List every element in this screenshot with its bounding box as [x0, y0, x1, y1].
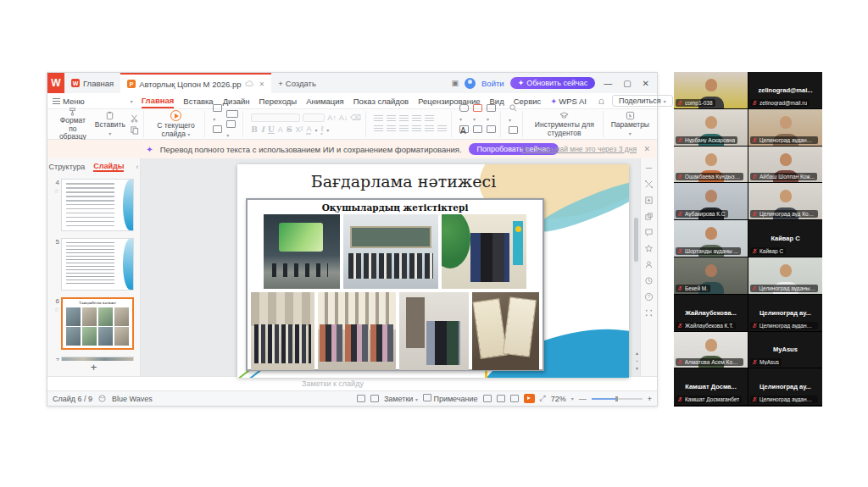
contacts-icon[interactable] — [644, 260, 654, 269]
bullets-icon[interactable] — [374, 115, 383, 123]
slide-thumbnail-5[interactable]: 5 — [49, 238, 138, 291]
notes-area[interactable]: Заметки к слайду — [47, 376, 657, 390]
participant-tile-8[interactable]: Шортанды ауданы ... — [674, 220, 748, 257]
participant-tile-11[interactable]: Целиноград ауданы Ко... — [748, 257, 822, 294]
strikethrough-button[interactable]: S — [287, 125, 292, 134]
banner-dismiss-link[interactable]: Не показывай мне это через 3 дня — [521, 145, 637, 153]
next-slide-button[interactable]: ▼ — [635, 366, 639, 371]
new-tab-button[interactable]: + Создать — [271, 79, 323, 88]
numbering-icon[interactable] — [387, 115, 396, 123]
slide-thumbnail-7[interactable]: 7 — [49, 357, 138, 361]
zoom-out-button[interactable]: — — [579, 395, 587, 403]
participant-tile-16[interactable]: Камшат Досма...Камшат Досмаганбет — [674, 368, 748, 405]
share-button[interactable]: Поделиться ▾ — [612, 95, 673, 107]
highlight-button[interactable]: ℓ — [320, 125, 323, 135]
tab-document[interactable]: P Авторлық Цопон М 2026.pp ✕ — [120, 73, 271, 93]
zoom-level[interactable]: 72% — [551, 395, 566, 403]
section-icon[interactable]: ▾ — [226, 120, 238, 139]
banner-close-icon[interactable]: ✕ — [643, 145, 650, 153]
animation-pane-icon[interactable] — [644, 196, 654, 205]
vertical-scrollbar[interactable] — [634, 218, 638, 262]
close-window-button[interactable]: ✕ — [640, 79, 652, 88]
menu-tab-9[interactable]: ✦WPS AI — [550, 95, 587, 108]
align-right-icon[interactable] — [399, 125, 409, 133]
participant-tile-6[interactable]: Аубакирова К.С — [674, 183, 748, 219]
tools-icon[interactable] — [644, 180, 654, 189]
menu-tab-1[interactable]: Вставка — [183, 95, 213, 108]
shrink-font-icon[interactable]: A↓ — [339, 113, 348, 122]
menu-button[interactable]: Меню — [53, 97, 85, 106]
indent-right-icon[interactable] — [412, 115, 421, 123]
previous-slide-button[interactable]: ▲ — [635, 351, 639, 356]
zoom-in-button[interactable]: + — [648, 395, 652, 403]
favorites-icon[interactable] — [644, 244, 654, 253]
history-icon[interactable] — [644, 276, 654, 285]
find-icon[interactable]: ▾ — [509, 103, 518, 124]
notification-bell-icon[interactable] — [597, 97, 606, 106]
participant-tile-9[interactable]: Кайвар СКайвар С — [748, 220, 822, 257]
participant-tile-0[interactable]: comp1-038 — [674, 72, 748, 108]
font-color-button[interactable]: A — [306, 125, 311, 135]
tab-home[interactable]: W Главная — [64, 73, 120, 93]
play-from-current-slide-button[interactable]: С текущего слайда ▾ — [152, 110, 200, 138]
slide-thumbnail-4[interactable]: 4☆ — [49, 179, 138, 231]
comment-button[interactable]: Примечание — [423, 394, 478, 403]
participant-tile-13[interactable]: Целиноград ау...Целиноград ауданы ... — [748, 295, 822, 331]
upgrade-button[interactable]: ✦Обновить сейчас — [510, 77, 596, 89]
help-icon[interactable]: ? — [644, 292, 654, 302]
slide-title[interactable]: Бағдарлама нәтижесі — [237, 172, 570, 191]
bold-button[interactable]: B — [251, 125, 258, 134]
menu-tab-3[interactable]: Переходы — [259, 95, 298, 108]
multi-window-icon[interactable]: ▣ — [452, 79, 459, 87]
indent-left-icon[interactable] — [399, 115, 409, 123]
reset-slide-icon[interactable] — [226, 110, 238, 118]
close-tab-icon[interactable]: ✕ — [259, 80, 265, 88]
wps-logo[interactable]: W — [47, 73, 64, 93]
notes-toggle[interactable]: Заметки ▾ — [384, 395, 418, 403]
underline-button[interactable]: U — [268, 125, 275, 134]
shapes-pane-icon[interactable] — [644, 212, 654, 221]
participant-tile-14[interactable]: Алматова Асем Коян... — [674, 332, 748, 368]
participant-tile-15[interactable]: MyAsusMyAsus — [748, 332, 822, 368]
grow-font-icon[interactable]: A↑ — [327, 113, 337, 122]
participant-tile-7[interactable]: Целиноград ауд Коя... — [748, 183, 822, 219]
theme-icon[interactable] — [97, 394, 107, 403]
copy-icon[interactable] — [130, 125, 139, 135]
participant-tile-1[interactable]: zelinograd@mai...zelinograd@mail.ru — [748, 72, 822, 108]
tab-structure[interactable]: Структура — [49, 163, 86, 171]
collapse-panel-icon[interactable]: ‹ — [136, 163, 138, 171]
superscript-button[interactable]: X² — [295, 125, 303, 134]
columns-icon[interactable] — [425, 125, 434, 133]
new-slide-icon[interactable]: ▾ — [213, 104, 222, 123]
participant-tile-3[interactable]: Целиноград ауданы ... — [748, 109, 822, 146]
participant-tile-4[interactable]: Ошакбаева Кундыза... — [674, 147, 748, 183]
zoom-slider[interactable] — [592, 398, 643, 400]
participant-tile-5[interactable]: Айбаш Шолпан Кож... — [748, 147, 822, 183]
options-button[interactable]: Параметры ▾ — [611, 111, 649, 137]
comment-icon[interactable] — [644, 228, 654, 237]
slide-sorter-icon[interactable] — [497, 395, 505, 402]
minimize-button[interactable]: — — [601, 79, 615, 88]
paste-button[interactable]: Вставить ▾ — [95, 111, 125, 137]
align-center-icon[interactable] — [387, 125, 396, 133]
login-link[interactable]: Войти — [481, 79, 504, 88]
slide-photo-box[interactable]: Оқушылардың жетістіктері — [246, 198, 544, 371]
clear-format-icon[interactable]: ⌫ — [350, 113, 361, 122]
font-size-select[interactable] — [303, 113, 325, 122]
student-tools-button[interactable]: Инструменты для студентов — [531, 111, 598, 137]
add-slide-button[interactable]: + — [47, 361, 140, 376]
participant-tile-17[interactable]: Целиноград ау...Целиноград ауданы ... — [748, 368, 822, 405]
shadow-button[interactable]: A — [278, 125, 283, 134]
current-slide[interactable]: Бағдарлама нәтижесі Оқушылардың жетістік… — [237, 164, 629, 378]
apps-grid-icon[interactable] — [644, 308, 654, 318]
normal-view-icon[interactable] — [483, 395, 492, 402]
align-left-icon[interactable] — [374, 125, 383, 133]
format-painter-button[interactable]: Формат по образцу — [55, 107, 91, 141]
slide-canvas[interactable]: Бағдарлама нәтижесі Оқушылардың жетістік… — [141, 158, 640, 376]
avatar[interactable] — [465, 78, 476, 89]
chart-icon[interactable]: ▾ — [487, 104, 496, 123]
font-name-select[interactable] — [251, 113, 300, 122]
restore-button[interactable]: ▢ — [620, 79, 633, 88]
menu-tab-4[interactable]: Анимация — [306, 95, 344, 108]
menu-tab-2[interactable]: Дизайн — [223, 95, 250, 108]
